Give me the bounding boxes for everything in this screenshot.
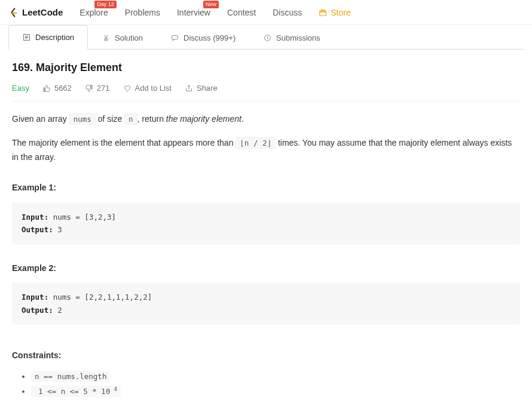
nav-store[interactable]: Store bbox=[311, 8, 357, 17]
top-nav: LeetCode Explore Day 12 Problems Intervi… bbox=[0, 0, 532, 25]
badge-new: New bbox=[203, 1, 219, 8]
code-floor: ⌊n / 2⌋ bbox=[236, 137, 276, 149]
nav-problems[interactable]: Problems bbox=[118, 8, 167, 17]
svg-rect-2 bbox=[105, 39, 108, 40]
example-2-block: Input: nums = [2,2,1,1,1,2,2] Output: 2 bbox=[12, 282, 520, 325]
constraint-1: n == nums.length bbox=[31, 370, 520, 383]
meta-row: Easy 5662 271 Add to List Share bbox=[12, 84, 520, 101]
description-icon bbox=[22, 33, 30, 42]
code-nums: nums bbox=[69, 113, 96, 125]
paragraph-1: Given an array nums of size n, return th… bbox=[12, 112, 520, 127]
constraints-heading: Constraints: bbox=[12, 349, 520, 363]
dislike-button[interactable]: 271 bbox=[85, 84, 110, 93]
like-count: 5662 bbox=[54, 84, 72, 93]
difficulty-badge: Easy bbox=[12, 84, 29, 93]
paragraph-2: The majority element is the element that… bbox=[12, 136, 520, 165]
code-n: n bbox=[124, 113, 137, 125]
example-1-heading: Example 1: bbox=[12, 181, 520, 195]
add-to-list-button[interactable]: Add to List bbox=[123, 84, 172, 93]
leetcode-logo-icon bbox=[8, 7, 19, 18]
problem-body: Given an array nums of size n, return th… bbox=[12, 112, 520, 400]
store-icon bbox=[319, 8, 327, 17]
nav-discuss[interactable]: Discuss bbox=[265, 8, 309, 17]
tab-description[interactable]: Description bbox=[8, 25, 88, 50]
nav-interview[interactable]: Interview New bbox=[170, 8, 218, 17]
tab-solution[interactable]: Solution bbox=[88, 25, 157, 50]
like-button[interactable]: 5662 bbox=[42, 84, 72, 93]
tab-submissions[interactable]: Submissions bbox=[249, 25, 334, 50]
discuss-icon bbox=[170, 33, 179, 42]
example-2-heading: Example 2: bbox=[12, 261, 520, 276]
share-icon bbox=[185, 84, 193, 93]
share-button[interactable]: Share bbox=[185, 84, 218, 93]
tab-discuss[interactable]: Discuss (999+) bbox=[157, 25, 249, 50]
submissions-icon bbox=[263, 33, 271, 42]
heart-icon bbox=[123, 84, 132, 93]
svg-rect-3 bbox=[172, 35, 178, 39]
logo[interactable]: LeetCode bbox=[8, 7, 63, 18]
badge-day12: Day 12 bbox=[94, 1, 117, 8]
nav-explore[interactable]: Explore Day 12 bbox=[72, 8, 115, 17]
problem-tabs: Description Solution Discuss (999+) Subm… bbox=[8, 25, 524, 50]
constraint-2: 1 <= n <= 5 * 104 bbox=[31, 385, 520, 398]
solution-icon bbox=[102, 33, 110, 42]
thumbs-up-icon bbox=[42, 84, 51, 93]
problem-content: 169. Majority Element Easy 5662 271 Add … bbox=[0, 50, 532, 400]
dislike-count: 271 bbox=[97, 84, 110, 93]
problem-title: 169. Majority Element bbox=[12, 61, 520, 74]
example-1-block: Input: nums = [3,2,3] Output: 3 bbox=[12, 202, 520, 245]
nav-contest[interactable]: Contest bbox=[220, 8, 263, 17]
constraints-list: n == nums.length 1 <= n <= 5 * 104 -231 … bbox=[12, 370, 520, 400]
logo-text: LeetCode bbox=[22, 7, 63, 17]
thumbs-down-icon bbox=[85, 84, 93, 93]
